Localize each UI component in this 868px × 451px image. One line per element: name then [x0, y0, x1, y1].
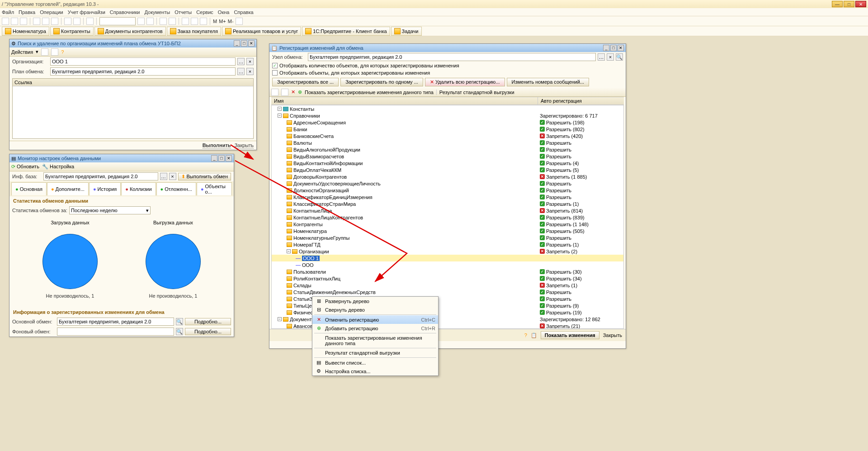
- main-ex-input[interactable]: Бухгалтерия предприятия, редакция 2.0: [57, 318, 174, 326]
- tab-deferred[interactable]: ●Отложенн...: [156, 182, 196, 195]
- tree-row[interactable]: ВидыКонтактнойИнформации✓Разрешить (4): [272, 160, 623, 166]
- help-icon[interactable]: ?: [61, 49, 64, 55]
- help-btn[interactable]: ?: [524, 332, 527, 338]
- show-reg-changes-link[interactable]: Показать зарегистрированные изменения да…: [305, 90, 434, 95]
- execute-exchange-button[interactable]: ⬍Выполнить обмен: [178, 173, 231, 180]
- tree-row[interactable]: Валюты✓Разрешить: [272, 139, 623, 146]
- stat-for-select[interactable]: Последнюю неделю▾: [69, 206, 151, 214]
- m-button[interactable]: M: [213, 19, 217, 24]
- menu-help[interactable]: Справка: [234, 9, 253, 15]
- tree-row[interactable]: ВидыАлкогольнойПродукции✓Разрешить: [272, 146, 623, 153]
- dropdown-icon[interactable]: [236, 18, 243, 25]
- tree-row[interactable]: − СправочникиЗарегистрировано: 6 717: [272, 112, 623, 119]
- menu-windows[interactable]: Окна: [218, 9, 230, 15]
- settings-button[interactable]: 🔧 Настройка: [42, 164, 74, 170]
- change-msg-num-button[interactable]: Изменить номера сообщений...: [507, 78, 590, 86]
- ctx-collapse[interactable]: ⊟Свернуть дерево: [312, 305, 438, 314]
- tree-row[interactable]: КлассификаторЕдиницИзмерения✓Разрешить: [272, 194, 623, 200]
- nav-tab-bank[interactable]: 1С:Предприятие - Клиент банка: [302, 27, 390, 36]
- nav-tab-realization[interactable]: Реализация товаров и услуг: [222, 27, 301, 36]
- node-input[interactable]: Бухгалтерия предприятия, редакция 2.0: [308, 53, 596, 61]
- main-details-button[interactable]: Подробно...: [185, 318, 231, 325]
- reg-close-link[interactable]: Закрыть: [603, 332, 622, 338]
- delete-all-reg-button[interactable]: ✕ Удалить всю регистрацию...: [425, 78, 505, 86]
- ctx-output-list[interactable]: ▤Вывести список...: [312, 358, 438, 367]
- nav-tab-tasks[interactable]: Задачи: [391, 27, 422, 36]
- maximize-button[interactable]: □: [844, 1, 854, 7]
- tree-row[interactable]: − Константы: [272, 105, 623, 112]
- nav-tab-contragent-docs[interactable]: Документы контрагентов: [94, 27, 166, 36]
- users-icon[interactable]: [200, 18, 207, 25]
- nav-fwd-icon[interactable]: [146, 18, 154, 25]
- tab-objects[interactable]: ●Объекты о...: [197, 182, 232, 195]
- execute-button[interactable]: Выполнить: [203, 142, 231, 148]
- save-icon[interactable]: [20, 18, 27, 25]
- tree-row[interactable]: НоменклатурныеГруппы✓Разрешить: [272, 234, 623, 241]
- calendar-icon[interactable]: [191, 18, 198, 25]
- find-icon[interactable]: [86, 18, 94, 25]
- cut-icon[interactable]: [33, 18, 40, 25]
- register-one-button[interactable]: Зарегистрировать по одному ...: [340, 78, 423, 86]
- toggle-icon[interactable]: −: [278, 114, 282, 118]
- org-input[interactable]: ООО 1: [50, 57, 236, 66]
- mon-close[interactable]: ✕: [226, 155, 232, 161]
- result-std-link[interactable]: Результат стандартной выгрузки: [436, 90, 514, 95]
- menu-service[interactable]: Сервис: [196, 9, 213, 15]
- tree-row[interactable]: ВидыВзаиморасчетов✓Разрешить: [272, 153, 623, 160]
- tree-row[interactable]: Контрагенты✓Разрешить (1 148): [272, 221, 623, 228]
- tree-add-icon[interactable]: ⊕: [298, 89, 302, 95]
- tree-body[interactable]: − Константы− СправочникиЗарегистрировано…: [271, 105, 624, 329]
- nav-tab-order[interactable]: Заказ покупателя: [167, 27, 221, 36]
- chk-show-count[interactable]: ✓: [272, 63, 278, 68]
- actions-dropdown[interactable]: Действия: [11, 49, 33, 55]
- tab-history[interactable]: ●История: [89, 182, 121, 195]
- tab-main[interactable]: ●Основная: [11, 182, 47, 195]
- tree-row[interactable]: Склады✕Запретить (1): [272, 282, 623, 289]
- tree-row[interactable]: — ООО 1: [272, 255, 623, 261]
- tree-expand-icon[interactable]: [271, 89, 278, 96]
- node-clear[interactable]: ×: [607, 53, 614, 61]
- tree-collapse-icon[interactable]: [281, 89, 288, 96]
- reg-minimize[interactable]: _: [603, 45, 609, 51]
- ctx-expand[interactable]: ⊞Развернуть дерево: [312, 297, 438, 305]
- mon-maximize[interactable]: □: [218, 155, 225, 161]
- toggle-icon[interactable]: −: [278, 107, 282, 111]
- tree-row[interactable]: ВидыОплатЧекаККМ✓Разрешить (5): [272, 166, 623, 173]
- chk-show-objects[interactable]: [272, 70, 278, 76]
- tree-row[interactable]: ДокументыУдостоверяющиеЛичность✓Разрешит…: [272, 180, 623, 187]
- calc-icon[interactable]: [182, 18, 189, 25]
- toggle-icon[interactable]: −: [278, 317, 282, 321]
- show-changes-button[interactable]: Показать изменения: [541, 331, 599, 339]
- tree-row[interactable]: СтатьиДвиженияДенежныхСредств✓Разрешить: [272, 289, 623, 295]
- tree-row[interactable]: ДоговорыКонтрагентов✕Запретить (1 885): [272, 173, 623, 180]
- action-icon-2[interactable]: [51, 48, 58, 56]
- tree-row[interactable]: БанковскиеСчета✕Запретить (420): [272, 133, 623, 139]
- org-select-btn[interactable]: …: [237, 58, 245, 65]
- refresh-button[interactable]: ⟳ Обновить: [11, 164, 39, 170]
- menu-catalogs[interactable]: Справочники: [110, 9, 140, 15]
- plan-select-btn[interactable]: …: [237, 68, 245, 75]
- open-icon[interactable]: [11, 18, 18, 25]
- reg-icon-btn[interactable]: 📋: [531, 332, 537, 338]
- m-minus-button[interactable]: M-: [228, 19, 234, 24]
- bg-ex-input[interactable]: [57, 328, 174, 336]
- menu-edit[interactable]: Правка: [19, 9, 35, 15]
- tree-row[interactable]: НомераГТД✓Разрешить (1): [272, 241, 623, 248]
- node-search[interactable]: 🔍: [616, 53, 623, 61]
- db-clear[interactable]: ×: [169, 173, 176, 180]
- tree-row[interactable]: Пользователи✓Разрешить (30): [272, 268, 623, 275]
- reg-close[interactable]: ✕: [618, 45, 624, 51]
- help-icon[interactable]: [160, 18, 167, 25]
- plan-clear-btn[interactable]: ×: [246, 68, 254, 75]
- ctx-list-settings[interactable]: ⚙Настройка списка...: [312, 367, 438, 375]
- tree-cancel-icon[interactable]: ✕: [291, 89, 295, 95]
- copy-icon[interactable]: [42, 18, 49, 25]
- bg-details-button[interactable]: Подробно...: [185, 328, 231, 335]
- main-ex-search[interactable]: 🔍: [176, 318, 183, 325]
- close-link[interactable]: Закрыть: [235, 142, 254, 148]
- toolbar-search-input[interactable]: [99, 17, 136, 25]
- win-minimize[interactable]: _: [234, 40, 240, 47]
- nav-tab-nomenclature[interactable]: Номенклатура: [2, 27, 49, 36]
- win-close[interactable]: ✕: [248, 40, 255, 47]
- tree-row[interactable]: КонтактныеЛицаКонтрагентов✓Разрешить (83…: [272, 214, 623, 221]
